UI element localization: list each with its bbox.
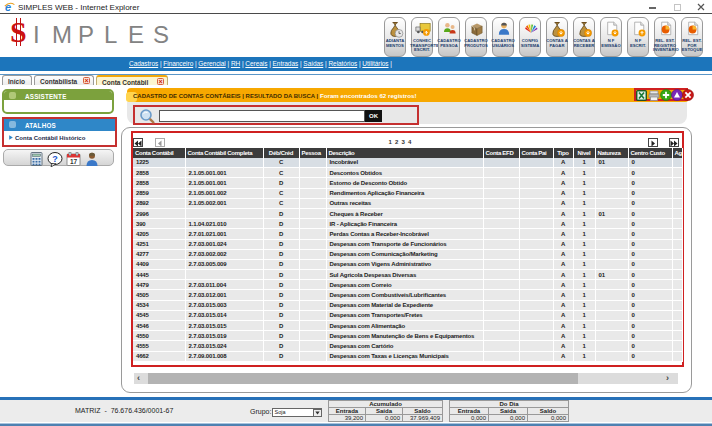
svg-text:?: ? (52, 153, 58, 163)
svg-text:17: 17 (70, 157, 78, 164)
